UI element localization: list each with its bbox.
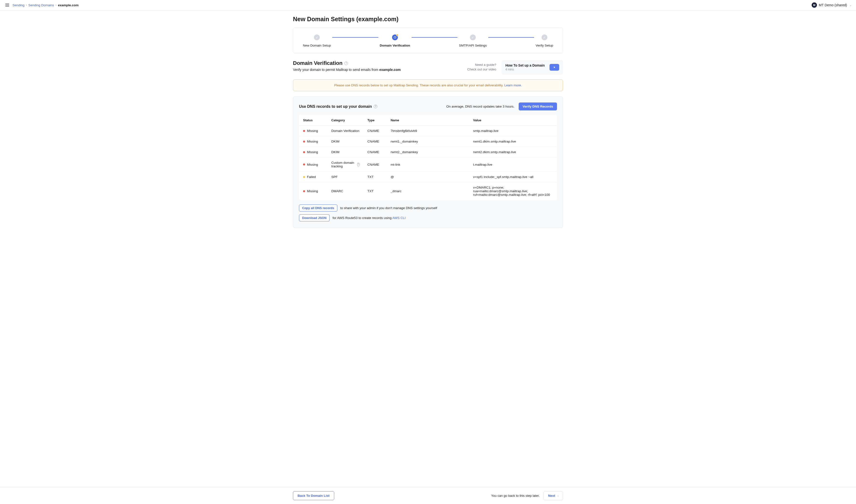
value-text: rwmt1.dkim.smtp.mailtrap.live — [469, 136, 557, 147]
status-dot-icon — [303, 130, 305, 132]
th-name: Name — [387, 115, 469, 126]
table-row: MissingDMARCTXT_dmarcv=DMARC1; p=none; r… — [299, 182, 557, 200]
type-text: CNAME — [363, 126, 387, 136]
account-name: MT Demo (shared) — [819, 3, 847, 7]
step-smtp-api-settings: ✓ SMTP/API Settings — [459, 35, 487, 47]
status-text: Missing — [307, 150, 318, 154]
type-text: TXT — [363, 172, 387, 182]
category-text: SPF — [331, 175, 338, 179]
help-icon[interactable]: ? — [374, 105, 377, 108]
status-dot-icon — [303, 176, 305, 178]
type-text: CNAME — [363, 136, 387, 147]
breadcrumb: Sending › Sending Domains › example.com — [13, 3, 78, 7]
dns-update-note: On average, DNS record updates take 3 ho… — [446, 105, 514, 108]
video-title: How To Set up a Domain — [505, 64, 545, 67]
value-text: smtp.mailtrap.live — [469, 126, 557, 136]
step-label: SMTP/API Settings — [459, 44, 487, 47]
copy-dns-note: to share with your admin if you don't ma… — [340, 206, 437, 210]
video-duration: 4 mins — [505, 68, 545, 71]
check-icon: ✓ — [470, 35, 476, 40]
check-icon: ✓ — [541, 35, 547, 40]
dns-records-table: Status Category Type Name Value MissingD… — [299, 115, 557, 200]
status-dot-icon — [303, 190, 305, 192]
status-dot-icon — [303, 163, 305, 165]
copy-dns-button[interactable]: Copy all DNS records — [299, 204, 337, 212]
value-text: v=spf1 include:_spf.smtp.mailtrap.live ~… — [469, 172, 557, 182]
section-title: Domain Verification — [293, 60, 342, 66]
th-category: Category — [327, 115, 363, 126]
learn-more-link[interactable]: Learn more. — [504, 84, 522, 87]
name-text: mt-link — [387, 158, 469, 172]
th-status: Status — [299, 115, 328, 126]
check-icon: ✓ — [314, 35, 320, 40]
type-text: TXT — [363, 182, 387, 200]
th-type: Type — [363, 115, 387, 126]
menu-icon[interactable] — [4, 3, 10, 7]
table-row: MissingDKIMCNAMErwmt2._domainkeyrwmt2.dk… — [299, 147, 557, 158]
page-title: New Domain Settings (example.com) — [293, 16, 563, 23]
value-text: t.mailtrap.live — [469, 158, 557, 172]
name-text: _dmarc — [387, 182, 469, 200]
breadcrumb-current: example.com — [58, 3, 78, 7]
download-json-note: for AWS Route53 to create records using … — [333, 216, 406, 220]
table-row: MissingCustom domain tracking?CNAMEmt-li… — [299, 158, 557, 172]
chevron-right-icon: › — [26, 3, 27, 7]
category-text: DKIM — [331, 150, 339, 154]
table-row: MissingDKIMCNAMErwmt1._domainkeyrwmt1.dk… — [299, 136, 557, 147]
chevron-down-icon: ⌄ — [850, 4, 852, 7]
verify-dns-button[interactable]: Verify DNS Records — [519, 103, 557, 110]
name-text: rwmt1._domainkey — [387, 136, 469, 147]
step-label: Domain Verification — [380, 44, 410, 47]
type-text: CNAME — [363, 147, 387, 158]
download-json-button[interactable]: Download JSON — [299, 214, 329, 221]
step-verify-setup: ✓ Verify Setup — [536, 35, 553, 47]
step-domain-verification: Domain Verification — [380, 35, 410, 47]
account-switcher[interactable]: M MT Demo (shared) ⌄ — [812, 2, 852, 8]
video-guide-card[interactable]: How To Set up a Domain 4 mins — [502, 60, 563, 74]
aws-cli-link[interactable]: AWS CLI — [392, 216, 406, 220]
breadcrumb-domains-link[interactable]: Sending Domains — [29, 3, 54, 7]
type-text: CNAME — [363, 158, 387, 172]
help-icon[interactable]: ? — [344, 61, 348, 65]
avatar: M — [812, 2, 817, 8]
dns-records-card: Use DNS records to set up your domain ? … — [293, 96, 563, 228]
value-text: rwmt2.dkim.smtp.mailtrap.live — [469, 147, 557, 158]
category-text: Custom domain tracking — [331, 161, 356, 168]
stepper-card: ✓ New Domain Setup Domain Verification ✓… — [293, 28, 563, 53]
info-alert: Please use DNS records below to set up M… — [293, 79, 563, 91]
status-text: Failed — [307, 175, 316, 179]
category-text: DMARC — [331, 189, 343, 193]
value-text: v=DMARC1; p=none; rua=mailto:dmarc@smtp.… — [469, 182, 557, 200]
dns-title: Use DNS records to set up your domain — [299, 104, 372, 109]
name-text: @ — [387, 172, 469, 182]
status-text: Missing — [307, 129, 318, 133]
step-new-domain-setup: ✓ New Domain Setup — [303, 35, 331, 47]
name-text: rwmt2._domainkey — [387, 147, 469, 158]
status-text: Missing — [307, 163, 318, 166]
category-text: DKIM — [331, 140, 339, 143]
name-text: 7tmsbmfg6kfuivb9 — [387, 126, 469, 136]
status-text: Missing — [307, 140, 318, 143]
step-label: Verify Setup — [536, 44, 553, 47]
status-dot-icon — [303, 151, 305, 153]
status-dot-icon — [303, 141, 305, 143]
help-icon[interactable]: ? — [357, 163, 360, 166]
chevron-right-icon: › — [55, 3, 56, 7]
section-subtitle: Verify your domain to permit Mailtrap to… — [293, 68, 401, 72]
category-text: Domain Verification — [331, 129, 359, 133]
th-value: Value — [469, 115, 557, 126]
step-label: New Domain Setup — [303, 44, 331, 47]
status-text: Missing — [307, 189, 318, 193]
table-row: FailedSPFTXT@v=spf1 include:_spf.smtp.ma… — [299, 172, 557, 182]
table-row: MissingDomain VerificationCNAME7tmsbmfg6… — [299, 126, 557, 136]
guide-text: Need a guide? Check out our video — [467, 63, 496, 72]
play-button[interactable] — [550, 64, 559, 71]
clock-icon — [392, 35, 398, 40]
breadcrumb-sending-link[interactable]: Sending — [13, 3, 24, 7]
